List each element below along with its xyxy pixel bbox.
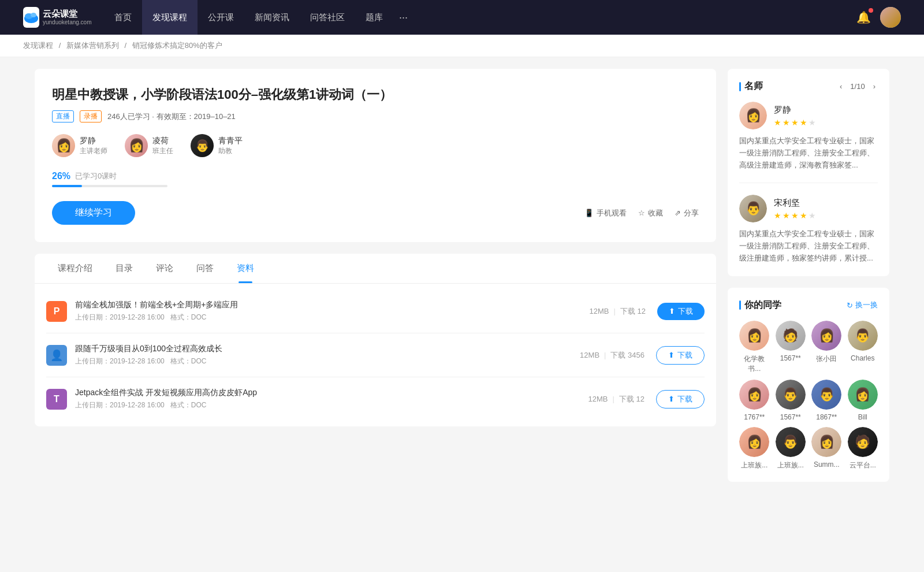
progress-bar (52, 185, 167, 187)
classmate-item[interactable]: 👩 化学教书... (739, 321, 770, 374)
resource-item: P 前端全栈加强版！前端全栈+全周期+多端应用 上传日期：2019-12-28 … (46, 289, 705, 333)
classmate-name-1: 1567** (780, 354, 801, 362)
resource-details-3: Jetpack全组件实战 开发短视频应用高仿皮皮虾App 上传日期：2019-1… (75, 388, 588, 410)
classmate-item[interactable]: 👩 Summ... (811, 427, 842, 470)
course-meta: 直播 录播 246人已学习 · 有效期至：2019–10–21 (52, 110, 699, 122)
logo[interactable]: 云朵课堂 yunduoketang.com (23, 6, 87, 29)
teachers-card-header: 名师 ‹ 1/10 › (739, 80, 878, 92)
progress-percent: 26% (52, 171, 70, 181)
notification-badge (869, 8, 873, 13)
download-icon-2: ⬆ (668, 351, 675, 359)
classmates-grid: 👩 化学教书... 🧑 1567** 👩 张小田 (739, 321, 878, 470)
sidebar-info-songlijian: 宋利坚 ★ ★ ★ ★ ★ (774, 198, 816, 220)
classmate-avatar-11: 🧑 (848, 427, 878, 457)
sidebar-teacher-luojing: 👩 罗静 ★ ★ ★ ★ ★ 国内某重点大学安全工程专业硕士，国家一级注册消防工… (739, 102, 878, 183)
resource-size-1: 12MB (590, 307, 609, 315)
nav-more[interactable]: ··· (393, 0, 413, 35)
nav-qa[interactable]: 问答社区 (300, 0, 355, 35)
tab-catalog[interactable]: 目录 (104, 254, 144, 283)
classmate-item[interactable]: 👩 上班族... (739, 427, 770, 470)
progress-section: 26% 已学习0课时 (52, 171, 699, 187)
next-teacher-btn[interactable]: › (871, 81, 878, 92)
classmate-avatar-2: 👩 (811, 321, 841, 351)
course-tabs: 课程介绍 目录 评论 问答 资料 (35, 254, 716, 284)
logo-main: 云朵课堂 (43, 9, 92, 19)
teachers-section: 👩 罗静 主讲老师 👩 凌荷 班主任 (52, 134, 699, 157)
left-content: 明星中教授课，小学阶段语法100分–强化级第1讲动词（一） 直播 录播 246人… (35, 69, 716, 493)
classmate-name-5: 1567** (780, 413, 801, 421)
mobile-view-link[interactable]: 📱 手机观看 (584, 208, 627, 218)
teachers-sidebar-card: 名师 ‹ 1/10 › 👩 罗静 ★ ★ (728, 69, 889, 276)
breadcrumb-discover[interactable]: 发现课程 (23, 41, 53, 50)
nav-quiz[interactable]: 题库 (355, 0, 393, 35)
download-button-1[interactable]: ⬆ 下载 (657, 303, 705, 320)
classmate-item[interactable]: 🧑 云平台... (848, 427, 878, 470)
right-sidebar: 名师 ‹ 1/10 › 👩 罗静 ★ ★ (728, 69, 889, 493)
teacher-role-qingping: 助教 (218, 146, 243, 156)
course-title: 明星中教授课，小学阶段语法100分–强化级第1讲动词（一） (52, 86, 699, 103)
resource-name-2: 跟随千万级项目从0到100全过程高效成长 (75, 344, 580, 354)
refresh-label: 换一换 (855, 300, 878, 310)
resource-icon-person: 👤 (46, 345, 67, 366)
classmate-avatar-4: 👩 (739, 380, 769, 410)
sidebar-avatar-songlijian: 👨 (739, 195, 767, 222)
tab-review[interactable]: 评论 (144, 254, 185, 283)
logo-icon (23, 7, 39, 28)
teacher-name-luojing: 罗静 (80, 136, 107, 146)
classmate-avatar-bill: 👩 (848, 380, 878, 410)
classmate-item[interactable]: 🧑 1567** (776, 321, 806, 374)
resource-stats-3: 12MB | 下载 12 (588, 394, 644, 404)
star-icon: ☆ (638, 209, 645, 217)
tab-intro[interactable]: 课程介绍 (46, 254, 104, 283)
notification-bell[interactable]: 🔔 (856, 10, 871, 24)
course-actions: 继续学习 📱 手机观看 ☆ 收藏 ⇗ 分享 (52, 201, 699, 225)
tab-materials[interactable]: 资料 (225, 254, 266, 283)
nav-news[interactable]: 新闻资讯 (244, 0, 300, 35)
sidebar-teacher-name-luojing: 罗静 (774, 105, 816, 116)
tag-live: 直播 (52, 110, 74, 122)
classmate-item[interactable]: 👨 Charles (848, 321, 878, 374)
resource-meta-1: 上传日期：2019-12-28 16:00 格式：DOC (75, 313, 590, 322)
classmate-item[interactable]: 👨 1567** (776, 380, 806, 421)
nav-open[interactable]: 公开课 (198, 0, 244, 35)
resource-name-1: 前端全栈加强版！前端全栈+全周期+多端应用 (75, 300, 590, 310)
prev-teacher-btn[interactable]: ‹ (837, 81, 844, 92)
classmate-item[interactable]: 👩 张小田 (811, 321, 842, 374)
classmate-item[interactable]: 👩 Bill (848, 380, 878, 421)
mobile-icon: 📱 (584, 209, 594, 217)
download-icon-1: ⬆ (669, 307, 675, 315)
share-icon: ⇗ (675, 209, 681, 217)
classmate-name-8: 上班族... (741, 460, 767, 470)
classmate-item[interactable]: 👨 上班族... (776, 427, 806, 470)
continue-learning-button[interactable]: 继续学习 (52, 201, 135, 225)
sidebar-info-luojing: 罗静 ★ ★ ★ ★ ★ (774, 105, 816, 127)
classmate-name-0: 化学教书... (739, 354, 770, 374)
resource-downloads-2: 下载 3456 (610, 350, 644, 361)
sidebar-desc-songlijian: 国内某重点大学安全工程专业硕士，国家一级注册消防工程师、注册安全工程师、级注册建… (739, 228, 878, 264)
favorite-link[interactable]: ☆ 收藏 (638, 208, 663, 218)
user-avatar-header[interactable] (880, 7, 901, 28)
classmate-avatar-0: 👩 (739, 321, 769, 351)
download-button-2[interactable]: ⬆ 下载 (656, 346, 705, 365)
nav-home[interactable]: 首页 (104, 0, 142, 35)
sidebar-avatar-luojing: 👩 (739, 102, 767, 129)
stars-songlijian: ★ ★ ★ ★ ★ (774, 211, 816, 220)
classmate-item[interactable]: 👨 1867** (811, 380, 842, 421)
tab-qa[interactable]: 问答 (185, 254, 225, 283)
download-button-3[interactable]: ⬆ 下载 (656, 390, 705, 408)
classmate-name-6: 1867** (816, 413, 837, 421)
breadcrumb-series[interactable]: 新媒体营销系列 (66, 41, 119, 50)
teachers-sidebar-title: 名师 (739, 80, 763, 92)
classmates-card-header: 你的同学 ↻ 换一换 (739, 299, 878, 311)
resource-size-2: 12MB (580, 351, 599, 359)
breadcrumb-current: 销冠修炼术搞定80%的客户 (132, 41, 222, 50)
refresh-classmates-button[interactable]: ↻ 换一换 (847, 300, 878, 310)
resource-downloads-1: 下载 12 (620, 306, 646, 317)
classmate-name-2: 张小田 (816, 354, 837, 364)
share-link[interactable]: ⇗ 分享 (675, 208, 699, 218)
nav-discover[interactable]: 发现课程 (142, 0, 198, 35)
bell-icon: 🔔 (856, 11, 871, 24)
resource-size-3: 12MB (588, 395, 608, 403)
classmate-item[interactable]: 👩 1767** (739, 380, 770, 421)
teacher-page: 1/10 (848, 81, 867, 92)
